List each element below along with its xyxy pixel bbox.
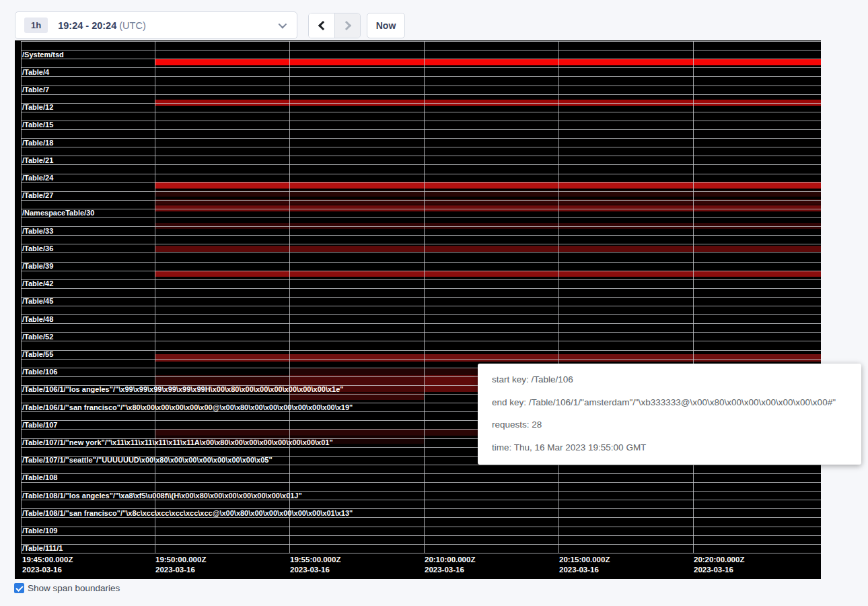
now-button[interactable]: Now [367, 13, 405, 38]
row-label: /Table/106/1/"san francisco"/"\x80\x00\x… [22, 403, 353, 412]
row-label: /Table/108 [22, 473, 57, 482]
row-label: /NamespaceTable/30 [22, 209, 94, 217]
span-boundary-hline [21, 121, 821, 121]
row-label: /Table/21 [22, 156, 53, 165]
span-boundary-hline [21, 544, 821, 545]
chevron-down-icon [279, 20, 287, 29]
row-label: /Table/106/1/"los angeles"/"\x99\x99\x99… [22, 385, 344, 394]
span-boundary-hline [21, 138, 821, 139]
span-boundary-hline [21, 59, 821, 59]
heatmap-canvas[interactable]: /System/tsd/Table/4/Table/7/Table/12/Tab… [15, 40, 821, 579]
span-boundary-hline [21, 314, 821, 315]
heat-band [155, 246, 821, 252]
span-boundary-hline [21, 341, 821, 341]
timezone-label: (UTC) [119, 20, 145, 31]
row-label: /Table/108/1/"los angeles"/"\xa8\xf5\u00… [22, 492, 302, 500]
row-label: /Table/4 [22, 68, 49, 77]
span-boundary-hline [21, 209, 821, 209]
row-label: /Table/33 [22, 227, 53, 236]
span-boundary-hline [21, 553, 821, 553]
span-boundary-hline [21, 244, 821, 244]
span-boundary-hline [21, 323, 821, 324]
span-boundary-hline [21, 288, 821, 289]
span-boundary-hline [21, 156, 821, 156]
span-boundary-hline [21, 473, 821, 474]
span-boundary-hline [21, 103, 821, 104]
axis-tick: 19:50:00.000Z2023-03-16 [155, 555, 206, 575]
span-boundary-hline [21, 41, 821, 42]
span-boundary-hline [21, 200, 821, 201]
show-span-boundaries-checkbox[interactable] [14, 583, 24, 593]
span-boundary-hline [21, 182, 821, 183]
span-boundary-hline [21, 174, 821, 174]
span-boundary-hline [21, 164, 821, 165]
row-label: /Table/18 [22, 139, 53, 147]
row-label: /System/tsd [22, 50, 64, 59]
time-range-label: 19:24 - 20:24 (UTC) [58, 20, 146, 31]
show-span-boundaries-label: Show span boundaries [28, 583, 120, 593]
axis-tick: 19:45:00.000Z2023-03-16 [22, 555, 73, 575]
row-label: /Table/107/1/"seattle"/"UUUUUUD\x00\x80\… [22, 456, 273, 465]
span-boundary-hline [21, 129, 821, 130]
row-label: /Table/24 [22, 174, 53, 182]
heat-band [155, 59, 821, 65]
row-label: /Table/36 [22, 244, 53, 253]
span-boundary-hline [21, 271, 821, 271]
span-boundary-hline [21, 94, 821, 95]
span-boundary-hline [21, 262, 821, 263]
span-boundary-hline [21, 482, 821, 483]
span-boundary-hline [21, 191, 821, 192]
span-boundary-hline [21, 252, 821, 253]
span-boundary-hline [21, 297, 821, 298]
chevron-right-icon [341, 21, 351, 30]
row-label: /Table/55 [22, 350, 53, 359]
row-label: /Table/39 [22, 262, 53, 271]
tooltip-start-key: start key: /Table/106 [492, 373, 847, 386]
span-boundary-hline [21, 67, 821, 68]
span-boundary-hline [21, 76, 821, 77]
axis-tick: 19:55:00.000Z2023-03-16 [290, 555, 340, 575]
span-boundary-hline [21, 112, 821, 112]
time-boundary-vline [424, 41, 425, 553]
time-boundary-vline [155, 41, 155, 553]
tooltip-end-key: end key: /Table/106/1/"amsterdam"/"\xb33… [492, 396, 847, 409]
row-label: /Table/109 [22, 527, 57, 535]
row-label: /Table/48 [22, 315, 53, 324]
time-range-selector[interactable]: 1h 19:24 - 20:24 (UTC) [15, 11, 297, 39]
row-label: /Table/52 [22, 333, 53, 341]
span-boundaries-control: Show span boundaries [14, 583, 120, 593]
span-boundary-hline [21, 527, 821, 527]
row-label: /Table/106 [22, 368, 57, 376]
row-label: /Table/12 [22, 103, 53, 112]
span-boundary-hline [21, 86, 821, 86]
tooltip-requests: requests: 28 [492, 418, 847, 431]
span-boundary-hline [21, 535, 821, 536]
span-boundary-hline [21, 332, 821, 333]
span-boundary-hline [21, 279, 821, 280]
row-label: /Table/27 [22, 191, 53, 200]
row-label: /Table/108/1/"san francisco"/"\x8c\xcc\x… [22, 509, 353, 518]
time-boundary-vline [289, 41, 290, 553]
row-label: /Table/45 [22, 297, 53, 306]
span-boundary-hline [21, 50, 821, 50]
row-label: /Table/107/1/"new york"/"\x11\x11\x11\x1… [22, 438, 333, 447]
time-boundary-vline [558, 41, 559, 553]
time-nav-group [308, 13, 361, 38]
time-boundary-vline [21, 41, 22, 553]
duration-badge: 1h [24, 18, 48, 33]
next-interval-button[interactable] [334, 13, 360, 38]
axis-tick: 20:15:00.000Z2023-03-16 [559, 555, 610, 575]
row-label: /Table/15 [22, 121, 53, 129]
prev-interval-button[interactable] [309, 13, 334, 38]
heat-band [155, 354, 821, 362]
axis-tick: 20:20:00.000Z2023-03-16 [694, 555, 744, 575]
tooltip-time: time: Thu, 16 Mar 2023 19:55:00 GMT [492, 441, 847, 454]
span-boundary-hline [21, 226, 821, 227]
row-label: /Table/42 [22, 279, 53, 288]
span-boundary-hline [21, 147, 821, 147]
axis-tick: 20:10:00.000Z2023-03-16 [425, 555, 475, 575]
heat-band [155, 271, 821, 277]
row-label: /Table/107 [22, 421, 57, 430]
span-boundary-hline [21, 359, 821, 360]
time-boundary-vline [693, 41, 694, 553]
